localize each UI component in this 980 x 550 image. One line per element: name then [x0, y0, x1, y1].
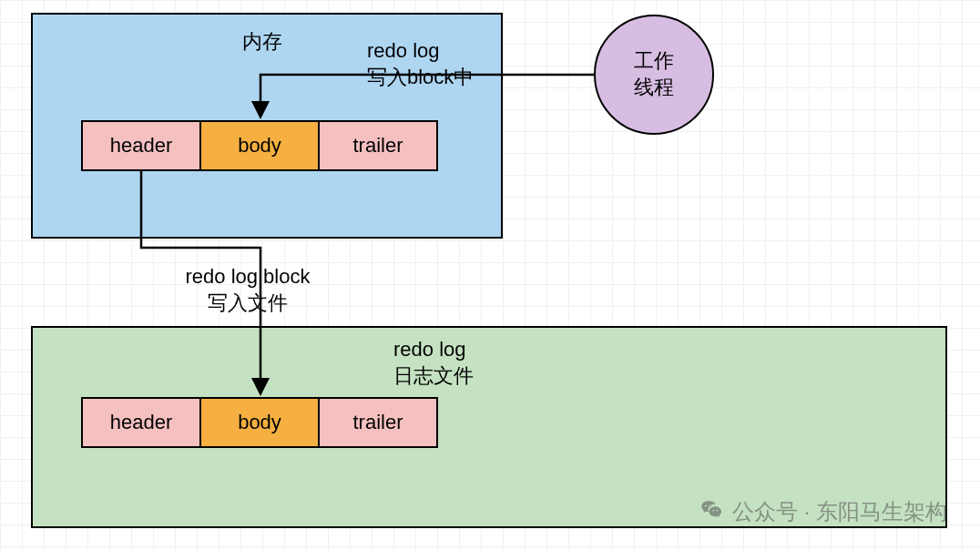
redo-log-file-label: redo log 日志文件	[393, 337, 521, 389]
file-block-row: header body trailer	[81, 397, 438, 448]
memory-block-row: header body trailer	[81, 120, 438, 171]
chat-icon	[699, 499, 725, 525]
mem-trailer-block: trailer	[318, 120, 438, 171]
watermark: 公众号 · 东阳马生架构	[699, 497, 947, 526]
mem-header-block: header	[81, 120, 201, 171]
worker-thread-circle: 工作 线程	[594, 15, 714, 135]
memory-title-label: 内存	[235, 29, 290, 56]
file-body-block: body	[199, 397, 320, 448]
worker-thread-label: 工作 线程	[634, 48, 674, 100]
file-trailer-block: trailer	[318, 397, 438, 448]
watermark-text: 公众号 · 东阳马生架构	[732, 497, 947, 526]
redo-to-block-label: redo log 写入block中	[367, 38, 567, 90]
redo-to-file-label: redo log block 写入文件	[157, 264, 339, 316]
file-header-block: header	[81, 397, 201, 448]
mem-body-block: body	[199, 120, 320, 171]
